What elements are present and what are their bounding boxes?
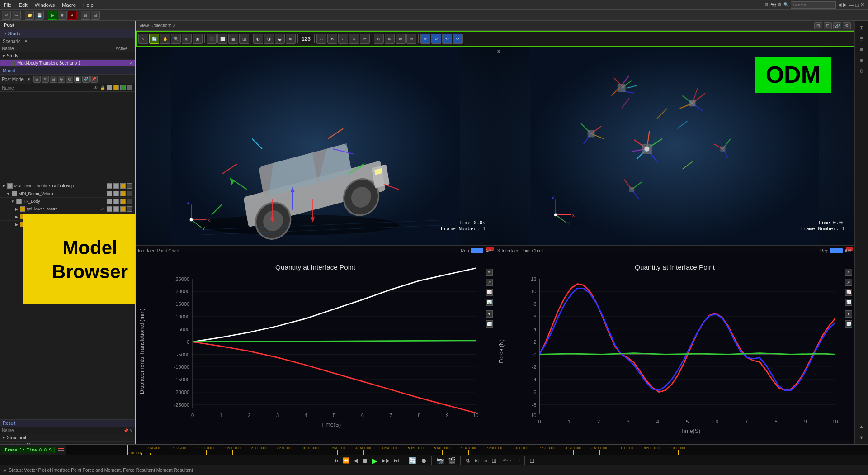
tree-item-gel-lower-control[interactable]: ▶ gel_lower_control... ✓: [0, 205, 135, 213]
toolbar-btn-view4[interactable]: ◫: [239, 34, 249, 44]
timeline-ruler[interactable]: 0.0E+000 3.96E-001 7.92E-001 1.19E+000 1…: [66, 445, 868, 455]
pb-grid[interactable]: ⊟: [528, 457, 536, 464]
toolbar-btn-a1[interactable]: A: [316, 34, 326, 44]
legend-icon2[interactable]: ↗: [486, 279, 493, 286]
pb-left-arr[interactable]: ←: [509, 457, 514, 464]
camera-icon[interactable]: 📷: [770, 2, 776, 7]
toolbar-btn-b2[interactable]: ⊚: [385, 34, 395, 44]
menu-help[interactable]: Help: [83, 2, 94, 8]
toolbar-btn-view2[interactable]: ⬜: [217, 34, 227, 44]
toolbar-btn-a4[interactable]: D: [349, 34, 359, 44]
r-legend-icon3[interactable]: 📈: [845, 289, 852, 296]
stop-toolbar-btn[interactable]: ■: [58, 11, 67, 20]
rep-toggle-left[interactable]: [471, 248, 483, 253]
rep-toggle-right[interactable]: [830, 248, 843, 253]
arrow-right-icon[interactable]: ▶: [843, 2, 847, 8]
side-icon-6[interactable]: ▲: [857, 422, 867, 432]
arrow-left-icon[interactable]: ◀: [838, 2, 841, 8]
legend-icon5[interactable]: ▼: [486, 310, 493, 318]
toolbar-btn-render3[interactable]: ◒: [275, 34, 285, 44]
toolbar-btn-b4[interactable]: ⊜: [406, 34, 416, 44]
legend-icon1[interactable]: ≡: [486, 269, 493, 276]
viewport-3d-right[interactable]: X Z Y 3 ODM Time 0.0s Frame Number: [495, 47, 854, 246]
pb-camera[interactable]: 📷: [435, 457, 445, 464]
legend-icon6[interactable]: 📉: [486, 320, 493, 328]
save-btn[interactable]: 💾: [35, 11, 44, 20]
pm-btn1[interactable]: ⊞: [33, 76, 41, 83]
side-icon-5[interactable]: ⚙: [857, 66, 867, 76]
toolbar-btn-view3[interactable]: ▦: [228, 34, 238, 44]
menu-windows[interactable]: Windows: [35, 2, 55, 8]
toolbar-btn-fit[interactable]: ▣: [193, 34, 203, 44]
pb-right-arr[interactable]: →: [516, 457, 521, 464]
play-toolbar-btn[interactable]: ▶: [48, 11, 57, 20]
pm-btn5[interactable]: ⚙: [66, 76, 73, 83]
toolbar-btn-a3[interactable]: C: [338, 34, 348, 44]
pb-extra3[interactable]: ⊞: [490, 457, 498, 464]
pm-btn4[interactable]: ⊕: [58, 76, 65, 83]
viewport-chart-left[interactable]: Interface Point Chart Rep Acc ✕ Quantity…: [136, 246, 495, 444]
pm-dropdown[interactable]: ▼: [27, 77, 31, 81]
pm-btn6[interactable]: 📋: [74, 76, 81, 83]
pb-loop[interactable]: 🔄: [407, 457, 418, 464]
side-icon-7[interactable]: ▼: [857, 432, 867, 442]
toolbar-btn-zoom-all[interactable]: ⊞: [182, 34, 192, 44]
search-input[interactable]: [791, 1, 836, 9]
pb-btn1[interactable]: ⏮: [332, 457, 340, 464]
toolbar-btn-c2[interactable]: ↻: [431, 34, 441, 44]
undo-btn[interactable]: ↩: [2, 11, 11, 20]
menu-edit[interactable]: Edit: [19, 2, 28, 8]
side-icon-2[interactable]: ⊟: [857, 33, 867, 43]
toolbar-btn-zoom[interactable]: 🔍: [171, 34, 181, 44]
study-tree-item[interactable]: ▼ Study: [0, 52, 135, 60]
toolbar-btn-a2[interactable]: B: [327, 34, 337, 44]
pb-play[interactable]: ▶: [371, 456, 379, 465]
tree-item-mdi-vehicle[interactable]: ▼ MDI_Demo_Vehicle: [0, 190, 135, 198]
side-icon-4[interactable]: ⊕: [857, 55, 867, 65]
pm-btn3[interactable]: ⊟: [50, 76, 57, 83]
layout-btn4[interactable]: ⚙: [843, 22, 851, 29]
redo-btn[interactable]: ↪: [12, 11, 21, 20]
side-icon-3[interactable]: ≡: [857, 44, 867, 54]
r-legend-icon1[interactable]: ≡: [845, 269, 852, 276]
menu-file[interactable]: File: [4, 2, 12, 8]
scenario-dropdown[interactable]: ▼: [24, 39, 28, 43]
viewport-3d-left[interactable]: X Z Y Time 0.0s Frame Number: 1: [136, 47, 495, 246]
pb-record2[interactable]: ⏺: [419, 457, 428, 464]
maximize-icon[interactable]: □: [855, 2, 859, 8]
toolbar-btn-b3[interactable]: ⊛: [396, 34, 406, 44]
r-legend-icon2[interactable]: ↗: [845, 279, 852, 286]
viewport-chart-right[interactable]: 3 Interface Point Chart Rep Acc ✕ Quanti…: [495, 246, 854, 444]
r-legend-icon6[interactable]: 📉: [845, 320, 852, 328]
menu-macro[interactable]: Macro: [62, 2, 76, 8]
pb-extra1[interactable]: ↯: [464, 457, 472, 464]
pm-btn8[interactable]: 📌: [90, 76, 98, 83]
r-legend-icon4[interactable]: 📊: [845, 299, 852, 306]
toolbar-btn-view1[interactable]: ⬛: [207, 34, 217, 44]
toolbar-btn-render1[interactable]: ◐: [253, 34, 263, 44]
toolbar-btn-c3[interactable]: ⟲: [442, 34, 452, 44]
minimize-icon[interactable]: —: [849, 2, 854, 8]
pb-btn3[interactable]: ◀: [352, 457, 359, 464]
toolbar-btn-c4[interactable]: ⟳: [453, 34, 463, 44]
tree-item-mdi-default[interactable]: ▼ MDI_Demo_Vehicle_Default Rep: [0, 182, 135, 190]
side-icon-1[interactable]: ⊞: [857, 23, 867, 33]
toolbar-btn-b1[interactable]: ⊙: [374, 34, 384, 44]
pb-btn2[interactable]: ⏪: [341, 457, 351, 464]
pb-fast[interactable]: ▶▶: [380, 457, 391, 464]
toolbar-btn-render4[interactable]: ⊕: [286, 34, 296, 44]
pm-btn2[interactable]: ≡: [42, 76, 49, 83]
legend-icon3[interactable]: 📈: [486, 289, 493, 296]
pb-video[interactable]: 🎬: [447, 457, 457, 464]
open-btn[interactable]: 📁: [25, 11, 34, 20]
tree-item-tr-body[interactable]: ▼ TR_Body: [0, 198, 135, 205]
extra-btn2[interactable]: ⊟: [91, 11, 100, 20]
layout-btn2[interactable]: ⊟: [824, 22, 832, 29]
pb-extra2[interactable]: ≈: [482, 457, 489, 464]
close-window-icon[interactable]: ✕: [860, 2, 864, 8]
toolbar-btn-rotate[interactable]: 🔄: [149, 34, 159, 44]
r-legend-icon5[interactable]: ▼: [845, 310, 852, 318]
toolbar-btn-a5[interactable]: E: [360, 34, 370, 44]
toolbar-btn-c1[interactable]: ↺: [420, 34, 430, 44]
layout-btn3[interactable]: 🔗: [833, 22, 841, 29]
